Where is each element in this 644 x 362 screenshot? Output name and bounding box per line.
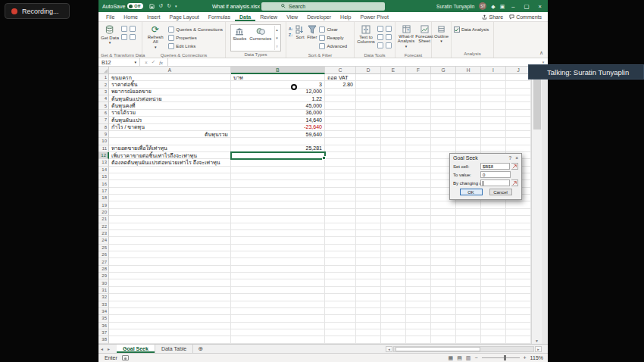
cell-H28[interactable] — [456, 266, 481, 273]
undo-icon[interactable]: ↺ — [158, 3, 163, 9]
cell-C20[interactable] — [325, 209, 356, 216]
cell-C23[interactable] — [325, 230, 356, 237]
cell-C3[interactable] — [325, 89, 356, 95]
cell-C24[interactable] — [325, 237, 356, 244]
cell-C17[interactable] — [325, 188, 356, 195]
cell-F31[interactable] — [406, 287, 431, 294]
cell-I31[interactable] — [481, 287, 506, 294]
sheet-nav-left-icon[interactable]: ◂ — [98, 345, 105, 353]
cell-I11[interactable] — [481, 145, 506, 152]
cell-D17[interactable] — [356, 188, 381, 195]
cell-B19[interactable] — [231, 201, 325, 208]
cell-H27[interactable] — [456, 258, 481, 265]
cell-E20[interactable] — [381, 209, 406, 216]
cell-G1[interactable] — [431, 74, 456, 81]
reapply-button[interactable]: Reapply — [319, 34, 347, 42]
cell-C12[interactable] — [325, 152, 356, 159]
cell-G8[interactable] — [431, 124, 456, 131]
cell-H38[interactable] — [456, 336, 481, 343]
cell-G38[interactable] — [431, 336, 456, 343]
cell-D6[interactable] — [356, 110, 381, 117]
cell-F21[interactable] — [406, 216, 431, 223]
gallery-more-icon[interactable]: ▿ — [276, 44, 278, 48]
cell-D18[interactable] — [356, 195, 381, 201]
cell-F36[interactable] — [406, 323, 431, 329]
manage-data-model-icon[interactable] — [386, 42, 392, 48]
cell-B8[interactable]: -23,640 — [231, 124, 325, 131]
cell-J26[interactable] — [506, 251, 531, 258]
cell-D1[interactable] — [356, 74, 381, 81]
cell-G23[interactable] — [431, 230, 456, 237]
cell-B16[interactable] — [231, 180, 325, 187]
cell-J37[interactable] — [506, 329, 531, 336]
cell-J36[interactable] — [506, 323, 531, 329]
cell-D27[interactable] — [356, 258, 381, 265]
cell-D3[interactable] — [356, 89, 381, 95]
cell-H8[interactable] — [456, 124, 481, 131]
cell-A24[interactable] — [109, 237, 231, 244]
cell-H3[interactable] — [456, 89, 481, 95]
cell-C15[interactable] — [325, 173, 356, 180]
column-header-A[interactable]: A — [109, 67, 231, 74]
cell-B36[interactable] — [231, 323, 325, 329]
cell-C2[interactable]: 2.80 — [325, 81, 356, 88]
cell-E35[interactable] — [381, 315, 406, 322]
cell-C33[interactable] — [325, 301, 356, 308]
cell-B38[interactable] — [231, 336, 325, 343]
cell-E3[interactable] — [381, 89, 406, 95]
cell-A14[interactable] — [109, 167, 231, 173]
cell-E10[interactable] — [381, 138, 406, 145]
cell-J4[interactable] — [506, 95, 531, 102]
cell-A36[interactable] — [109, 323, 231, 329]
cell-I25[interactable] — [481, 245, 506, 251]
cell-E22[interactable] — [381, 223, 406, 230]
share-button[interactable]: Share — [482, 14, 503, 20]
cell-A22[interactable] — [109, 223, 231, 230]
cell-G10[interactable] — [431, 138, 456, 145]
cell-A12[interactable]: เพิ่มราคาขายต่อชิ้นเท่าไรถึงจะเท่าทุน — [109, 152, 231, 159]
cell-C27[interactable] — [325, 258, 356, 265]
cell-E14[interactable] — [381, 167, 406, 173]
cell-C35[interactable] — [325, 315, 356, 322]
cell-C34[interactable] — [325, 308, 356, 315]
row-header-5[interactable]: 5 — [98, 102, 109, 109]
cell-H2[interactable] — [456, 81, 481, 88]
cell-F30[interactable] — [406, 279, 431, 286]
cell-F14[interactable] — [406, 167, 431, 173]
column-header-D[interactable]: D — [356, 67, 381, 74]
column-header-F[interactable]: F — [406, 67, 431, 74]
row-header-7[interactable]: 7 — [98, 117, 109, 123]
vertical-scroll-thumb[interactable] — [533, 75, 541, 130]
column-header-E[interactable]: E — [381, 67, 406, 74]
column-header-G[interactable]: G — [431, 67, 456, 74]
cell-G7[interactable] — [431, 117, 456, 123]
cell-F29[interactable] — [406, 273, 431, 279]
row-header-35[interactable]: 35 — [98, 315, 109, 322]
qat-customize-icon[interactable]: ▾ — [175, 5, 177, 8]
cell-E21[interactable] — [381, 216, 406, 223]
redo-icon[interactable]: ↻ — [167, 3, 171, 9]
cell-A32[interactable] — [109, 294, 231, 301]
cell-D37[interactable] — [356, 329, 381, 336]
zoom-slider-thumb[interactable] — [504, 355, 506, 360]
cell-J8[interactable] — [506, 124, 531, 131]
cell-C18[interactable] — [325, 195, 356, 201]
comments-button[interactable]: Comments — [509, 14, 542, 20]
clear-filter-button[interactable]: Clear — [319, 26, 347, 33]
cell-E33[interactable] — [381, 301, 406, 308]
cell-C36[interactable] — [325, 323, 356, 329]
cell-I20[interactable] — [481, 209, 506, 216]
cell-G3[interactable] — [431, 89, 456, 95]
cell-E19[interactable] — [381, 201, 406, 208]
cell-F20[interactable] — [406, 209, 431, 216]
cell-F28[interactable] — [406, 266, 431, 273]
cell-B20[interactable] — [231, 209, 325, 216]
by-changing-range-picker-icon[interactable] — [511, 179, 518, 186]
hscroll-right-icon[interactable]: ▸ — [535, 346, 542, 352]
cell-G25[interactable] — [431, 245, 456, 251]
cell-B26[interactable] — [231, 251, 325, 258]
cell-E28[interactable] — [381, 266, 406, 273]
cell-A10[interactable] — [109, 138, 231, 145]
cell-I3[interactable] — [481, 89, 506, 95]
cell-F22[interactable] — [406, 223, 431, 230]
